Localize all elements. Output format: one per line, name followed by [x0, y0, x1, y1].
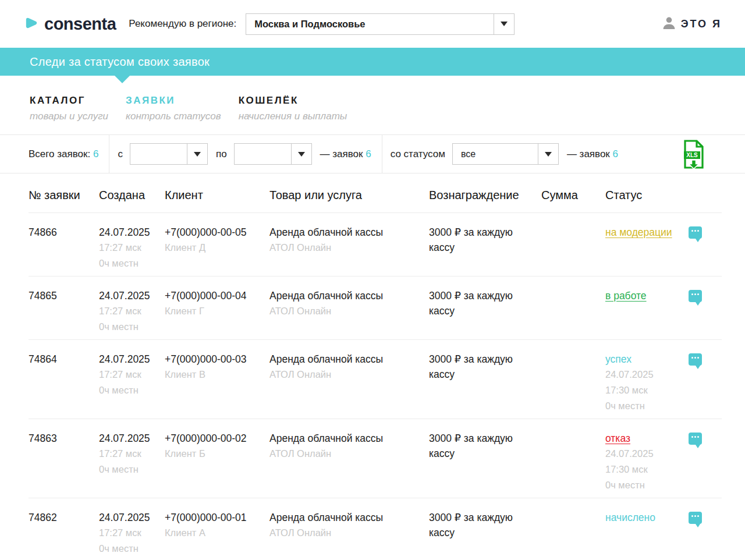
status-result: — заявок 6: [567, 148, 618, 160]
table-row: 74866 24.07.2025 17:27 мск 0ч местн +7(0…: [29, 213, 722, 277]
date-from-select[interactable]: [130, 143, 208, 165]
product-name: Аренда облачной кассы: [269, 225, 415, 240]
tab-requests[interactable]: ЗАЯВКИ контроль статусов: [126, 95, 221, 122]
status-local: 0ч местн: [605, 477, 675, 493]
client-name: Клиент Г: [165, 303, 256, 319]
created-date: 24.07.2025: [99, 288, 151, 303]
user-icon: [662, 16, 676, 33]
client-phone: +7(000)000-00-03: [165, 352, 256, 367]
client-name: Клиент В: [165, 367, 256, 382]
status-local: 0ч местн: [605, 398, 675, 414]
table-row: 74864 24.07.2025 17:27 мск 0ч местн +7(0…: [29, 340, 722, 419]
created-time: 17:27 мск: [99, 303, 151, 319]
reward: 3000 ₽ за каждую кассу: [429, 352, 527, 382]
status-link[interactable]: начислено: [605, 510, 655, 525]
xls-download-icon: XLS: [682, 139, 705, 169]
client-phone: +7(000)000-00-05: [165, 225, 256, 240]
product-vendor: АТОЛ Онлайн: [269, 446, 415, 462]
request-id: 74865: [29, 288, 85, 303]
product-name: Аренда облачной кассы: [269, 352, 415, 367]
reward: 3000 ₽ за каждую кассу: [429, 288, 527, 318]
chevron-down-icon[interactable]: [494, 14, 514, 34]
user-label: ЭТО Я: [681, 18, 722, 30]
chevron-down-icon[interactable]: [538, 144, 558, 164]
comment-icon[interactable]: [689, 512, 702, 524]
status-link[interactable]: на модерации: [605, 225, 672, 240]
region-select-value: Москва и Подмосковье: [246, 19, 494, 30]
col-reward: Вознаграждение: [429, 189, 541, 202]
chevron-down-icon[interactable]: [291, 144, 311, 164]
created-date: 24.07.2025: [99, 431, 151, 446]
tab-catalog[interactable]: КАТАЛОГ товары и услуги: [30, 95, 108, 122]
status-count: 6: [613, 148, 618, 160]
total-count: 6: [93, 148, 98, 160]
request-id: 74866: [29, 225, 85, 240]
reward: 3000 ₽ за каждую кассу: [429, 510, 527, 540]
region-select[interactable]: Москва и Подмосковье: [246, 13, 515, 35]
status-link[interactable]: в работе: [605, 288, 647, 303]
xls-export-button[interactable]: XLS: [682, 139, 705, 169]
region-label: Рекомендую в регионе:: [129, 18, 236, 30]
client-name: Клиент А: [165, 525, 256, 541]
created-local: 0ч местн: [99, 319, 151, 335]
page: consenta Рекомендую в регионе: Москва и …: [0, 0, 745, 560]
requests-table: № заявки Создана Клиент Товар или услуга…: [0, 173, 745, 560]
col-sum: Сумма: [541, 189, 605, 202]
tab-wallet[interactable]: КОШЕЛЁК начисления и выплаты: [239, 95, 347, 122]
col-created: Создана: [99, 189, 165, 202]
top-bar: consenta Рекомендую в регионе: Москва и …: [0, 0, 745, 48]
range-count: 6: [366, 148, 371, 160]
status-date: 24.07.2025: [605, 446, 675, 462]
client-phone: +7(000)000-00-04: [165, 288, 256, 303]
status-link[interactable]: отказ: [605, 431, 630, 446]
created-time: 17:27 мск: [99, 525, 151, 541]
created-date: 24.07.2025: [99, 510, 151, 525]
svg-text:XLS: XLS: [686, 152, 698, 158]
product-name: Аренда облачной кассы: [269, 288, 415, 303]
created-date: 24.07.2025: [99, 352, 151, 367]
date-from-label: с: [118, 148, 123, 160]
request-id: 74862: [29, 510, 85, 525]
total-requests: Всего заявок: 6: [29, 148, 98, 160]
divider: [382, 135, 382, 173]
table-header: № заявки Создана Клиент Товар или услуга…: [29, 173, 722, 213]
created-date: 24.07.2025: [99, 225, 151, 240]
product-name: Аренда облачной кассы: [269, 431, 415, 446]
banner-text: Следи за статусом своих заявок: [30, 55, 210, 69]
col-status: Статус: [605, 189, 689, 202]
table-row: 74865 24.07.2025 17:27 мск 0ч местн +7(0…: [29, 277, 722, 340]
created-local: 0ч местн: [99, 541, 151, 557]
status-link[interactable]: успех: [605, 352, 632, 367]
status-time: 17:30 мск: [605, 462, 675, 477]
col-client: Клиент: [165, 189, 269, 202]
status-select[interactable]: все: [452, 143, 559, 165]
client-phone: +7(000)000-00-02: [165, 431, 256, 446]
reward: 3000 ₽ за каждую кассу: [429, 431, 527, 461]
comment-icon[interactable]: [689, 353, 702, 366]
reward: 3000 ₽ за каждую кассу: [429, 225, 527, 255]
col-product: Товар или услуга: [269, 189, 429, 202]
chevron-down-icon[interactable]: [187, 144, 207, 164]
status-date: 24.07.2025: [605, 367, 675, 382]
product-vendor: АТОЛ Онлайн: [269, 303, 415, 319]
table-row: 74862 24.07.2025 17:27 мск 0ч местн +7(0…: [29, 498, 722, 560]
date-to-label: по: [216, 148, 227, 160]
filter-bar: Всего заявок: 6 с по — заявок 6 со стату…: [0, 135, 745, 173]
logo-play-icon: [23, 15, 39, 33]
comment-icon[interactable]: [689, 226, 702, 239]
comment-icon[interactable]: [689, 433, 702, 445]
logo[interactable]: consenta: [23, 15, 116, 34]
product-vendor: АТОЛ Онлайн: [269, 240, 415, 256]
table-row: 74863 24.07.2025 17:27 мск 0ч местн +7(0…: [29, 419, 722, 498]
created-local: 0ч местн: [99, 256, 151, 271]
logo-text: consenta: [44, 15, 116, 34]
banner: Следи за статусом своих заявок: [0, 48, 745, 76]
comment-icon[interactable]: [689, 290, 702, 302]
client-name: Клиент Д: [165, 240, 256, 256]
date-to-select[interactable]: [234, 143, 312, 165]
request-id: 74863: [29, 431, 85, 446]
user-menu[interactable]: ЭТО Я: [662, 16, 722, 33]
divider: [109, 135, 109, 173]
status-filter-label: со статусом: [391, 148, 445, 160]
status-select-value: все: [453, 149, 538, 160]
